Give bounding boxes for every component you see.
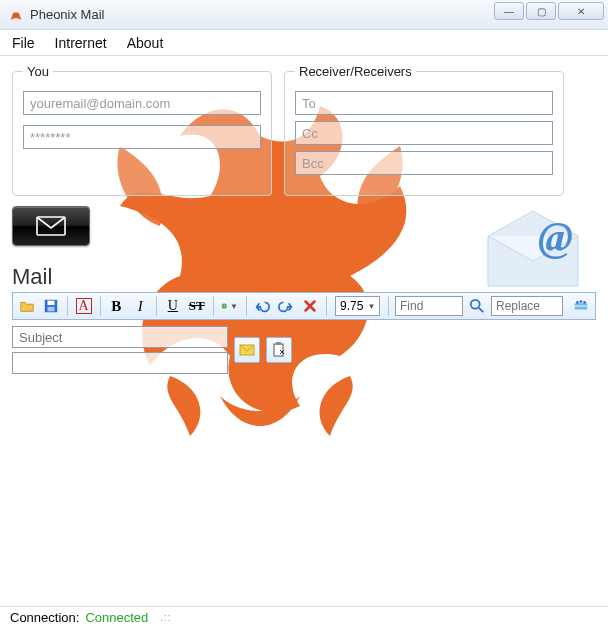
svg-rect-14	[276, 342, 281, 345]
toolbar-separator	[246, 296, 247, 316]
password-field[interactable]	[23, 125, 261, 149]
menu-about[interactable]: About	[127, 35, 164, 51]
find-input[interactable]	[395, 296, 463, 316]
animation-button[interactable]	[571, 295, 591, 317]
redo-icon	[278, 297, 294, 315]
window-title: Pheonix Mail	[30, 7, 104, 22]
font-size-value: 9.75	[340, 299, 363, 313]
svg-text:@: @	[538, 214, 573, 260]
resize-grip-icon[interactable]: .::	[160, 612, 171, 623]
find-button[interactable]	[467, 295, 487, 317]
svg-point-7	[471, 300, 480, 309]
attach-message-button[interactable]	[234, 337, 260, 363]
toolbar-separator	[213, 296, 214, 316]
menubar: File Intrernet About	[0, 30, 608, 56]
undo-icon	[254, 297, 270, 315]
strikethrough-button[interactable]: ST	[187, 295, 207, 317]
animation-icon	[573, 297, 589, 315]
toolbar-separator	[326, 296, 327, 316]
send-button[interactable]	[12, 206, 90, 246]
you-legend: You	[23, 64, 53, 79]
window-controls: — ▢ ✕	[494, 2, 604, 20]
mail-toolbar: A B I U ST ▼ 9.75 ▼	[12, 292, 596, 320]
email-field[interactable]	[23, 91, 261, 115]
close-button[interactable]: ✕	[558, 2, 604, 20]
hyperlink-button[interactable]: ▼	[219, 295, 239, 317]
titlebar: Pheonix Mail — ▢ ✕	[0, 0, 608, 30]
envelope-icon	[35, 215, 67, 237]
connection-status: Connected	[85, 610, 148, 625]
phoenix-icon	[8, 7, 24, 23]
toolbar-separator	[388, 296, 389, 316]
cc-field[interactable]	[295, 121, 553, 145]
font-icon: A	[76, 298, 92, 314]
menu-file[interactable]: File	[12, 35, 35, 51]
toolbar-separator	[100, 296, 101, 316]
italic-button[interactable]: I	[130, 295, 150, 317]
minimize-button[interactable]: —	[494, 2, 524, 20]
font-button[interactable]: A	[74, 295, 94, 317]
toolbar-separator	[156, 296, 157, 316]
svg-point-9	[576, 301, 579, 304]
font-size-combo[interactable]: 9.75 ▼	[335, 296, 380, 316]
delete-button[interactable]	[300, 295, 320, 317]
paste-icon	[270, 341, 288, 359]
status-bar: Connection: Connected .::	[0, 606, 608, 628]
toolbar-separator	[67, 296, 68, 316]
svg-rect-13	[274, 344, 283, 356]
message-attach-icon	[238, 341, 256, 359]
chevron-down-icon: ▼	[368, 302, 376, 311]
body-field[interactable]	[12, 352, 228, 374]
delete-x-icon	[302, 297, 318, 315]
svg-rect-4	[47, 307, 54, 311]
save-button[interactable]	[41, 295, 61, 317]
save-icon	[43, 297, 59, 315]
svg-rect-8	[575, 303, 587, 309]
replace-input[interactable]	[491, 296, 563, 316]
bcc-field[interactable]	[295, 151, 553, 175]
svg-rect-3	[47, 301, 54, 305]
redo-button[interactable]	[276, 295, 296, 317]
undo-button[interactable]	[252, 295, 272, 317]
receivers-fieldset: Receiver/Receivers	[284, 64, 564, 196]
paste-button[interactable]	[266, 337, 292, 363]
subject-field[interactable]	[12, 326, 228, 348]
mail-label: Mail	[12, 264, 596, 290]
connection-label: Connection:	[10, 610, 79, 625]
chevron-down-icon: ▼	[230, 302, 238, 311]
receivers-legend: Receiver/Receivers	[295, 64, 416, 79]
globe-icon	[221, 297, 228, 315]
svg-point-11	[583, 301, 586, 304]
to-field[interactable]	[295, 91, 553, 115]
maximize-button[interactable]: ▢	[526, 2, 556, 20]
svg-point-10	[580, 300, 583, 303]
magnifier-icon	[469, 297, 485, 315]
underline-button[interactable]: U	[163, 295, 183, 317]
bold-button[interactable]: B	[106, 295, 126, 317]
open-button[interactable]	[17, 295, 37, 317]
menu-internet[interactable]: Intrernet	[55, 35, 107, 51]
folder-open-icon	[19, 297, 35, 315]
you-fieldset: You	[12, 64, 272, 196]
content-area: @ You Receiver/Receivers Mail A	[0, 56, 608, 606]
